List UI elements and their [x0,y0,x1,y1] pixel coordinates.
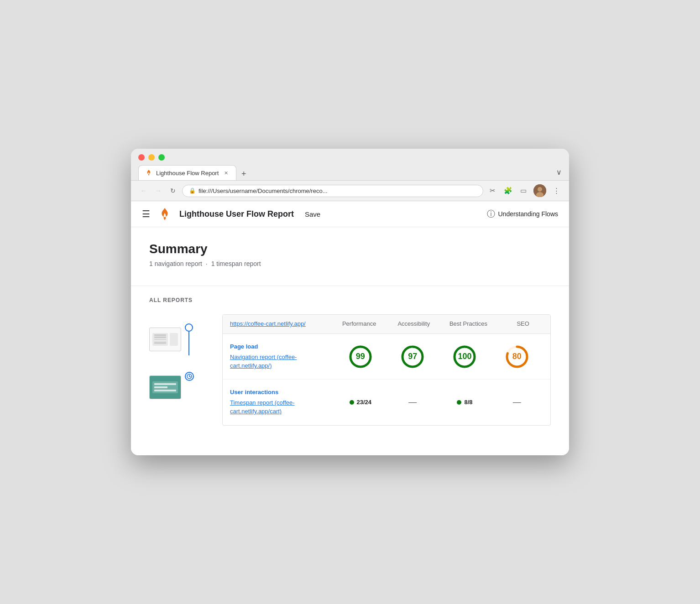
pill-value-2324: 23/24 [357,399,372,406]
lock-icon: 🔒 [189,187,196,194]
app-title: Lighthouse User Flow Report [179,209,294,219]
main-content: Summary 1 navigation report · 1 timespan… [131,227,569,455]
nav-seo-cell: 80 [491,344,543,370]
header-url-link[interactable]: https://coffee-cart.netlify.app/ [230,320,306,327]
table-header: https://coffee-cart.netlify.app/ Perform… [223,315,550,334]
thumb-nav-left [152,333,168,346]
reload-button[interactable]: ↻ [167,185,178,196]
tab-title: Lighthouse Flow Report [156,170,219,177]
score-circle-97: 97 [400,344,425,370]
svg-point-1 [538,187,542,192]
reports-table-wrapper: https://coffee-cart.netlify.app/ Perform… [222,314,551,426]
split-view-icon[interactable]: ▭ [518,185,529,196]
score-value-100: 100 [458,352,471,361]
header-best-practices: Best Practices [441,315,496,333]
timespan-best-practices-cell: 8/8 [439,399,491,406]
nav-thumb-content [150,328,181,351]
browser-window: Lighthouse Flow Report ✕ + ∨ ← → ↻ 🔒 fil… [131,149,569,455]
lighthouse-logo [157,207,172,221]
tab-close-button[interactable]: ✕ [222,169,230,177]
address-bar: ← → ↻ 🔒 file:///Users/username/Documents… [131,181,569,201]
timespan-type-label: User interactions [230,389,334,396]
maximize-button[interactable] [158,154,165,161]
nav-performance-cell: 99 [334,344,387,370]
close-button[interactable] [138,154,145,161]
nav-best-practices-cell: 100 [439,344,491,370]
table-row: User interactions Timespan report (coffe… [223,380,550,425]
score-circle-99: 99 [348,344,373,370]
new-tab-button[interactable]: + [237,167,250,180]
dash-2: — [513,397,521,407]
nav-row-label-cell: Page load Navigation report (coffee-cart… [230,343,334,370]
thumb-nav-right [170,333,178,346]
score-value-99: 99 [356,352,365,361]
pill-value-88: 8/8 [464,399,472,406]
pill-dot-2 [457,400,461,405]
timespan-thumbnail [149,375,181,399]
back-button[interactable]: ← [138,185,149,196]
timespan-performance-cell: 23/24 [334,399,387,406]
menu-icon[interactable]: ☰ [142,208,150,219]
url-text: file:///Users/username/Documents/chrome/… [199,187,328,194]
understanding-flows-button[interactable]: ⓘ Understanding Flows [487,208,558,219]
reports-layout: https://coffee-cart.netlify.app/ Perform… [149,314,551,426]
tab-overflow-button[interactable]: ∨ [556,168,562,180]
summary-subtitle: 1 navigation report · 1 timespan report [149,260,551,267]
help-icon: ⓘ [487,208,495,219]
score-circle-100: 100 [452,344,477,370]
nav-accessibility-cell: 97 [387,344,439,370]
dash-1: — [408,397,417,407]
timespan-accessibility-cell: — [387,397,439,407]
tab-favicon [145,169,152,177]
title-bar: Lighthouse Flow Report ✕ + ∨ [131,149,569,181]
tab-bar: Lighthouse Flow Report ✕ + ∨ [138,165,562,180]
pill-dot [350,400,354,405]
nav-thumbnail [149,328,181,351]
avatar[interactable] [533,184,546,197]
save-button[interactable]: Save [305,210,320,218]
score-pill-88: 8/8 [457,399,472,406]
timespan-row-label-cell: User interactions Timespan report (coffe… [230,389,334,416]
minimize-button[interactable] [148,154,155,161]
flow-row-1 [149,314,222,364]
timespan-flow-clock [185,372,194,381]
nav-flow-dot [185,323,193,332]
nav-report-link[interactable]: Navigation report (coffee-cart.netlify.a… [230,354,297,369]
score-value-97: 97 [408,352,417,361]
header-accessibility: Accessibility [387,315,441,333]
score-pill-2324: 23/24 [350,399,372,406]
score-circle-80: 80 [504,344,530,370]
header-performance: Performance [332,315,387,333]
connector-1 [185,314,193,364]
url-bar[interactable]: 🔒 file:///Users/username/Documents/chrom… [182,185,483,197]
address-actions: ✂ 🧩 ▭ ⋮ [487,184,562,197]
more-options-icon[interactable]: ⋮ [551,185,562,196]
section-divider [131,286,569,286]
app-header: ☰ Lighthouse User Flow Report Save ⓘ Und… [131,201,569,227]
flow-column [149,314,222,426]
flow-row-2 [149,364,222,410]
understanding-label: Understanding Flows [498,210,558,218]
timespan-seo-cell: — [491,397,543,407]
timespan-report-link[interactable]: Timespan report (coffee-cart.netlify.app… [230,399,295,415]
forward-button[interactable]: → [153,185,164,196]
header-url-cell: https://coffee-cart.netlify.app/ [223,315,332,333]
table-row: Page load Navigation report (coffee-cart… [223,334,550,380]
scissors-icon[interactable]: ✂ [487,185,498,196]
timespan-thumb-content [150,376,181,399]
nav-type-label: Page load [230,343,334,350]
header-seo: SEO [496,315,550,333]
traffic-lights [138,154,562,161]
summary-title: Summary [149,242,551,256]
flow-line-1 [188,332,189,355]
active-tab[interactable]: Lighthouse Flow Report ✕ [138,165,236,180]
svg-line-5 [189,376,191,377]
all-reports-label: ALL REPORTS [149,297,551,303]
score-value-80: 80 [512,352,522,361]
connector-2 [185,364,194,410]
extensions-icon[interactable]: 🧩 [502,185,513,196]
